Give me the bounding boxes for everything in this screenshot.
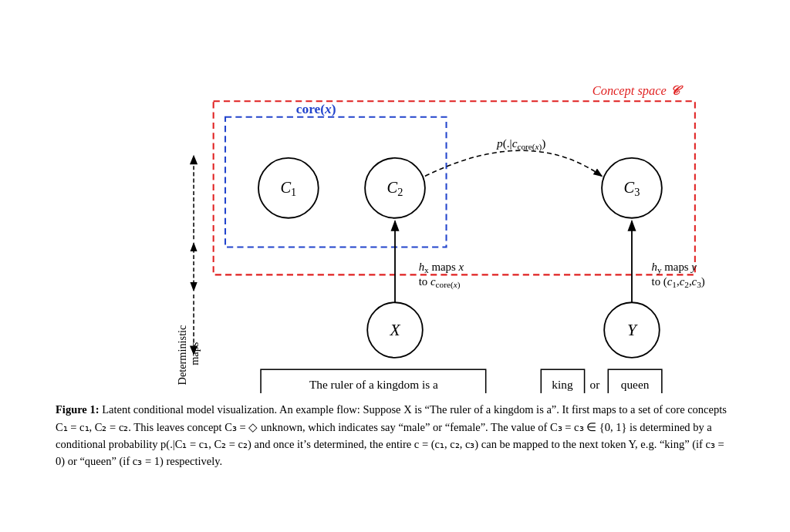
main-container: Concept space 𝒞 core(x) C1 C2 C3 p(.|cco… (48, 46, 742, 486)
diagram-svg: Concept space 𝒞 core(x) C1 C2 C3 p(.|cco… (56, 62, 734, 393)
or-text: or (589, 378, 599, 391)
p-label: p(.|ccore(x)) (496, 136, 545, 152)
core-x-label: core(x) (296, 102, 336, 116)
y-label: Y (627, 321, 638, 339)
concept-space-label: Concept space 𝒞 (592, 83, 684, 98)
king-text: king (552, 378, 573, 391)
det-maps-arrowhead-top (190, 155, 198, 164)
x-label: X (389, 321, 400, 339)
prob-arrow (425, 150, 602, 176)
hy-label: hy maps y to (c1,c2,c3) (652, 261, 705, 288)
caption-text: Latent conditional model visualization. … (56, 403, 727, 467)
det-maps-label: Deterministic maps (176, 322, 201, 385)
queen-text: queen (621, 378, 650, 391)
figure-caption: Figure 1: Latent conditional model visua… (56, 401, 734, 470)
diagram-area: Concept space 𝒞 core(x) C1 C2 C3 p(.|cco… (56, 62, 734, 393)
caption-bold: Figure 1: (56, 403, 100, 416)
sentence-text: The ruler of a kingdom is a (309, 378, 438, 391)
